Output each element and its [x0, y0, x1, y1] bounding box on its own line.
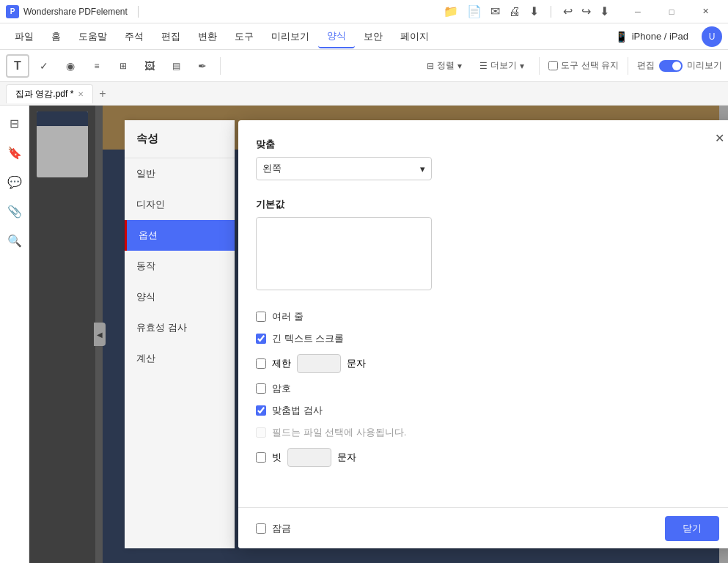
title-bar-tools: 📁 📄 ✉ 🖨 ⬇ ↩ ↪ ⬇ [432, 4, 621, 18]
fileselect-checkbox[interactable] [256, 427, 266, 438]
comb-char-label: 문자 [337, 451, 356, 464]
toggle-switch[interactable] [659, 60, 683, 72]
comb-value-input[interactable] [287, 448, 331, 467]
file-icon[interactable]: 📄 [467, 4, 482, 18]
multiline-label: 여러 줄 [272, 310, 304, 323]
toolbar-divider-2 [539, 57, 540, 75]
menu-help[interactable]: 도움말 [70, 26, 116, 48]
properties-item-calculate[interactable]: 계산 [125, 343, 235, 374]
comb-label: 빗 [272, 451, 282, 464]
multiline-checkbox[interactable] [256, 312, 266, 322]
dialog-body: 맞춤 왼쪽 ▾ 기본값 여러 줄 [238, 120, 728, 548]
text-tool-button[interactable]: T [6, 54, 29, 78]
app-name: Wondershare PDFelement [23, 7, 128, 17]
multiline-row: 여러 줄 [256, 310, 719, 323]
mail-icon[interactable]: ✉ [490, 4, 500, 18]
menu-annotation[interactable]: 주석 [116, 26, 152, 48]
close-dialog-button[interactable]: 닫기 [665, 516, 719, 541]
char-label: 문자 [347, 357, 366, 370]
edit-label: 편집 [637, 59, 655, 72]
checkbox-tool-button[interactable]: ✓ [32, 54, 56, 78]
stamp-tool-button[interactable]: ✒ [191, 54, 214, 78]
export-icon[interactable]: ⬇ [529, 4, 539, 18]
sidebar-bookmarks-icon[interactable]: 🔖 [3, 141, 26, 164]
limit-label: 제한 [272, 357, 291, 370]
default-value-input[interactable] [256, 217, 432, 290]
folder-icon[interactable]: 📁 [444, 4, 458, 18]
listbox-tool-button[interactable]: ≡ [85, 54, 109, 78]
active-tab[interactable]: 집과 영감.pdf * ✕ [6, 84, 93, 103]
minimize-button[interactable]: ─ [621, 0, 655, 23]
menu-security[interactable]: 보안 [355, 26, 391, 48]
menu-right: 📱 iPhone / iPad U [608, 26, 722, 47]
fileselect-label: 필드는 파일 선택에 사용됩니다. [272, 426, 406, 439]
signature-tool-button[interactable]: ▤ [164, 54, 188, 78]
radio-tool-button[interactable]: ◉ [59, 54, 82, 78]
align-button[interactable]: ⊟ 정렬 ▾ [421, 56, 468, 75]
align-select[interactable]: 왼쪽 ▾ [256, 157, 432, 180]
tab-close-icon[interactable]: ✕ [78, 90, 84, 98]
down-icon[interactable]: ⬇ [600, 4, 609, 18]
align-section-label: 맞춤 [256, 138, 719, 151]
properties-item-general[interactable]: 일반 [125, 158, 235, 189]
tab-bar: 집과 영감.pdf * ✕ + [0, 82, 728, 106]
comb-row: 빗 문자 [256, 448, 719, 467]
comb-checkbox[interactable] [256, 452, 266, 463]
password-label: 암호 [272, 382, 291, 395]
menu-page[interactable]: 페이지 [391, 26, 438, 48]
password-checkbox[interactable] [256, 383, 266, 394]
align-icon: ⊟ [427, 61, 434, 71]
combobox-tool-button[interactable]: ⊞ [111, 54, 135, 78]
redo-icon[interactable]: ↪ [581, 4, 591, 18]
main-content: ⊟ 🔖 💬 📎 🔍 ◀ [0, 106, 728, 563]
toolbar: T ✓ ◉ ≡ ⊞ 🖼 ▤ ✒ ⊟ 정렬 ▾ ☰ 더보기 ▾ 도구 선택 유지 … [0, 50, 728, 82]
tab-label: 집과 영감.pdf * [15, 88, 73, 100]
properties-item-actions[interactable]: 동작 [125, 251, 235, 282]
properties-item-design[interactable]: 디자인 [125, 189, 235, 220]
sidebar-comments-icon[interactable]: 💬 [3, 170, 26, 194]
iphone-ipad-button[interactable]: 📱 iPhone / iPad [608, 28, 696, 45]
close-button[interactable]: ✕ [688, 0, 722, 23]
view-more-button[interactable]: ☰ 더보기 ▾ [474, 56, 530, 75]
properties-item-form[interactable]: 양식 [125, 282, 235, 312]
edit-toggle: 편집 미리보기 [637, 59, 722, 72]
properties-item-options[interactable]: 옵션 [125, 220, 235, 251]
user-avatar[interactable]: U [702, 26, 722, 47]
menu-tools[interactable]: 도구 [226, 26, 262, 48]
default-section: 기본값 [256, 198, 719, 292]
menu-home[interactable]: 홈 [43, 26, 70, 48]
menu-preview[interactable]: 미리보기 [262, 26, 318, 48]
keep-tool-checkbox[interactable]: 도구 선택 유지 [548, 59, 619, 72]
add-tab-button[interactable]: + [93, 84, 111, 103]
toolbar-divider-3 [628, 57, 628, 75]
spellcheck-checkbox[interactable] [256, 405, 266, 416]
lock-checkbox[interactable] [256, 523, 266, 534]
scroll-checkbox[interactable] [256, 334, 266, 344]
pdf-area: ◀ 속성 일반 디자인 옵션 동작 [29, 106, 728, 563]
properties-item-validate[interactable]: 유효성 검사 [125, 312, 235, 343]
align-chevron-icon: ▾ [457, 61, 462, 71]
password-row: 암호 [256, 382, 719, 395]
sidebar-attachments-icon[interactable]: 📎 [3, 199, 26, 223]
image-tool-button[interactable]: 🖼 [138, 54, 161, 78]
menu-bar: 파일 홈 도움말 주석 편집 변환 도구 미리보기 양식 보안 페이지 📱 iP… [0, 23, 728, 50]
menu-convert[interactable]: 변환 [189, 26, 226, 48]
limit-row: 제한 문자 [256, 354, 719, 373]
menu-file[interactable]: 파일 [6, 26, 43, 48]
dialog-overlay: 속성 일반 디자인 옵션 동작 양식 유효성 검사 계산 ✕ 맞춤 왼쪽 [29, 106, 728, 563]
undo-icon[interactable]: ↩ [563, 4, 573, 18]
limit-checkbox[interactable] [256, 358, 266, 369]
limit-value-input[interactable] [297, 354, 341, 373]
maximize-button[interactable]: □ [655, 0, 688, 23]
menu-edit[interactable]: 편집 [152, 26, 189, 48]
lock-label: 잠금 [272, 522, 291, 535]
toolbar-divider-1 [220, 57, 221, 75]
menu-form[interactable]: 양식 [318, 25, 355, 48]
keep-tool-label: 도구 선택 유지 [561, 59, 619, 72]
dialog-close-button[interactable]: ✕ [710, 129, 728, 147]
properties-panel: 속성 일반 디자인 옵션 동작 양식 유효성 검사 계산 [125, 120, 235, 548]
sidebar-search-icon[interactable]: 🔍 [3, 229, 26, 252]
sidebar-pages-icon[interactable]: ⊟ [3, 111, 26, 135]
keep-tool-input[interactable] [548, 61, 558, 70]
print-icon[interactable]: 🖨 [509, 5, 521, 18]
